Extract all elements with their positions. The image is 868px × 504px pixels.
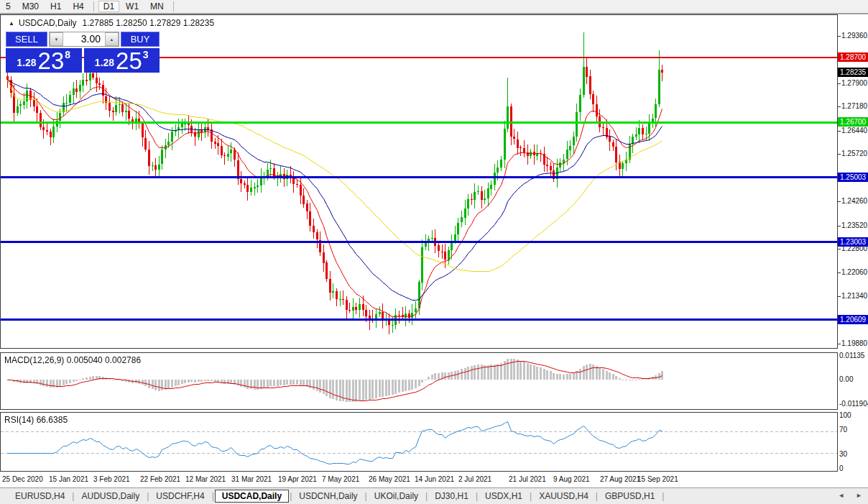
volume-input[interactable]: 3.00 [63,32,105,46]
tab-audusd[interactable]: AUDUSD,Daily [75,490,146,503]
volume-decrease-icon[interactable]: ▼ [50,32,63,46]
price-tick-label: 1.27900 [841,79,867,88]
toolbar-divider [173,1,174,12]
price-tick-label: 1.23520 [841,221,867,230]
buy-price-box[interactable]: 1.28 25 3 [84,48,160,73]
sell-price-box[interactable]: 1.28 23 8 [6,48,82,73]
date-label: 9 Aug 2021 [553,475,590,483]
sell-price-big: 23 [38,50,65,71]
timeframe-button-MN[interactable]: MN [145,1,169,12]
date-axis[interactable]: 25 Dec 202015 Jan 20213 Feb 202122 Feb 2… [0,472,838,487]
price-tick-label: 1.19880 [841,339,867,348]
rsi-label: RSI(14) 66.6385 [4,415,68,425]
date-label: 15 Sep 2021 [637,475,678,483]
rsi-pane: RSI(14) 66.6385 [0,412,838,472]
price-badge: 1.26700 [838,117,868,127]
date-label: 31 Mar 2021 [231,475,272,483]
buy-price-sup: 3 [143,49,149,60]
symbol-tab-bar: EURUSD,H4|AUDUSD,Daily|USDCHF,H4|USDCAD,… [0,487,868,504]
date-label: 22 Feb 2021 [140,475,180,483]
one-click-trade-panel: SELL ▼ 3.00 ▲ BUY 1.28 23 8 1.28 25 3 [6,32,160,73]
rsi-tick-label: 30 [839,450,847,459]
timeframe-button-D1[interactable]: D1 [98,1,119,12]
buy-button[interactable]: BUY [121,32,160,47]
sell-price-prefix: 1.28 [17,57,36,68]
price-tick-label: 1.26440 [841,127,867,135]
collapse-arrow-icon[interactable]: ▲ [9,20,14,27]
volume-increase-icon[interactable]: ▲ [105,32,119,46]
price-badge: 1.23003 [838,237,868,247]
price-tick-label: 1.25720 [841,150,867,158]
sell-button[interactable]: SELL [6,32,47,47]
chart-ohlc-values: 1.27885 1.28250 1.27829 1.28235 [83,18,215,28]
tab-scroll-nav: ◄► [838,492,862,499]
tab-usdcnh[interactable]: USDCNH,Daily [292,490,364,503]
toolbar-divider [93,1,94,12]
chart-window: ▲ USDCAD,Daily 1.27885 1.28250 1.27829 1… [0,14,868,487]
date-label: 26 May 2021 [369,475,410,483]
rsi-tick-label: 0 [839,464,844,473]
macd-tick-label: 0.00 [839,375,853,384]
buy-price-big: 25 [116,50,142,71]
price-badge: 1.20609 [838,315,868,324]
price-badge: 1.28235 [838,68,868,77]
volume-stepper: ▼ 3.00 ▲ [49,32,119,47]
timeframe-button-M30[interactable]: M30 [17,1,44,12]
timeframe-toolbar: 5M30H1H4D1W1MN [0,0,868,14]
rsi-canvas[interactable] [1,413,837,471]
date-label: 19 Apr 2021 [278,475,317,483]
tab-usdchf[interactable]: USDCHF,H4 [149,490,211,503]
buy-price-prefix: 1.28 [95,57,114,68]
price-badge: 1.28700 [838,52,868,62]
date-label: 27 Aug 2021 [600,475,640,483]
macd-tick-label: -0.011904 [839,400,868,408]
date-label: 2 Jul 2021 [458,475,491,483]
tab-dj30[interactable]: DJ30,H1 [428,490,475,503]
price-tick-label: 1.22060 [841,268,867,277]
price-tick-label: 1.24260 [841,197,867,206]
macd-tick-label: 0.01135 [839,352,864,360]
date-label: 21 Jul 2021 [509,475,546,483]
timeframe-button-H1[interactable]: H1 [45,1,66,12]
tab-xauusd[interactable]: XAUUSD,H4 [532,490,595,503]
tab-scroll-left-icon[interactable]: ◄ [838,492,844,499]
price-axis[interactable]: 1.293601.279001.271801.264401.257201.242… [838,14,868,472]
mt4-window: 5M30H1H4D1W1MN ▲ USDCAD,Daily 1.27885 1.… [0,0,868,504]
chart-title: ▲ USDCAD,Daily 1.27885 1.28250 1.27829 1… [9,18,214,28]
price-tick-label: 1.29360 [841,32,867,40]
price-tick-label: 1.27180 [841,102,867,111]
date-label: 7 May 2021 [322,475,359,483]
timeframe-button-W1[interactable]: W1 [121,1,144,12]
rsi-tick-label: 70 [839,426,847,434]
date-label: 14 Jun 2021 [415,475,454,483]
tab-usdcad[interactable]: USDCAD,Daily [215,490,289,503]
tab-gbpusd[interactable]: GBPUSD,H1 [599,490,661,503]
macd-label: MACD(12,26,9) 0.005040 0.002786 [4,355,141,365]
price-badge: 1.25003 [838,173,868,182]
price-tick-label: 1.21340 [841,292,867,301]
date-label: 12 Mar 2021 [185,475,226,483]
rsi-tick-label: 100 [839,411,851,420]
tab-usdx[interactable]: USDX,H1 [479,490,529,503]
tab-eurusd[interactable]: EURUSD,H4 [9,490,71,503]
date-label: 25 Dec 2020 [2,475,43,483]
date-label: 3 Feb 2021 [93,475,130,483]
macd-pane: MACD(12,26,9) 0.005040 0.002786 [0,352,838,410]
tab-ukoil[interactable]: UKOil,Daily [368,490,425,503]
tab-divider: | [661,491,665,501]
date-label: 15 Jan 2021 [49,475,88,483]
timeframe-button-5[interactable]: 5 [1,1,16,12]
sell-price-sup: 8 [65,49,70,60]
chart-symbol-label: USDCAD,Daily [19,18,77,28]
timeframe-button-H4[interactable]: H4 [68,1,88,12]
tab-scroll-right-icon[interactable]: ► [856,492,862,499]
